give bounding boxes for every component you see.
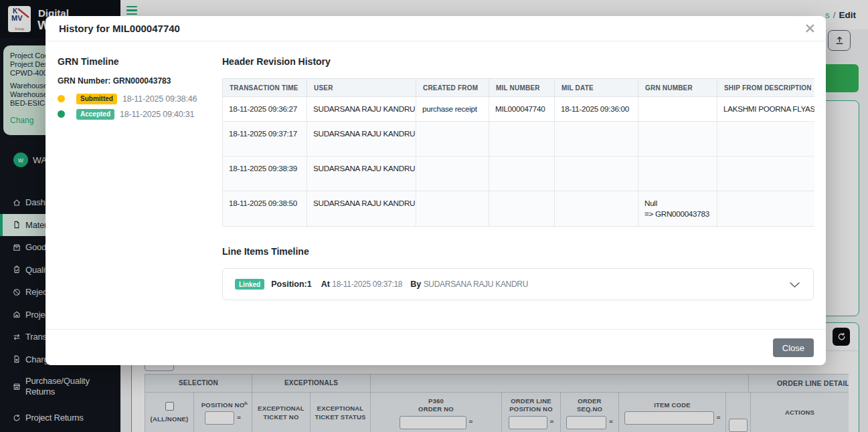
event-time: 18-11-2025 09:38:46 — [122, 94, 197, 104]
revision-history-heading: Header Revision History — [222, 56, 331, 67]
table-cell: SUDARSANA RAJU KANDRU — [307, 156, 416, 191]
event-time: 18-11-2025 09:40:31 — [120, 110, 194, 119]
table-cell: 18-11-2025 09:38:50 — [223, 191, 307, 227]
revision-history-table: TRANSACTION TIMEUSERCREATED FROMMIL NUMB… — [222, 78, 814, 227]
table-row: 18-11-2025 09:37:17SUDARSANA RAJU KANDRU — [223, 122, 815, 156]
column-header: MIL DATE — [555, 79, 638, 97]
table-cell: SUDARSANA RAJU KANDRU — [307, 191, 416, 227]
close-icon[interactable]: ✕ — [804, 21, 816, 37]
table-cell — [638, 97, 717, 122]
table-cell — [717, 122, 815, 156]
grn-timeline-heading: GRN Timeline — [58, 56, 119, 67]
by-group: By SUDARSANA RAJU KANDRU — [410, 280, 528, 289]
table-cell: 18-11-2025 09:36:27 — [223, 97, 307, 122]
column-header: TRANSACTION TIME — [223, 79, 307, 97]
table-cell: 18-11-2025 09:36:00 — [555, 97, 638, 122]
table-cell — [489, 156, 555, 191]
column-header: MIL NUMBER — [489, 79, 555, 97]
table-cell — [638, 156, 717, 191]
table-cell — [489, 191, 555, 227]
table-cell: Null => GRN000043783 — [638, 191, 717, 227]
modal-footer: Close — [46, 329, 826, 365]
linked-badge: Linked — [235, 279, 264, 290]
table-row: 18-11-2025 09:38:39SUDARSANA RAJU KANDRU — [223, 156, 815, 191]
status-badge: Submitted — [76, 94, 117, 104]
table-row: 18-11-2025 09:36:27SUDARSANA RAJU KANDRU… — [223, 97, 815, 122]
chevron-down-icon[interactable] — [790, 282, 800, 288]
table-cell — [416, 156, 489, 191]
column-header: USER — [307, 79, 416, 97]
position-label: Position:1 — [271, 280, 311, 289]
timeline-event: Submitted18-11-2025 09:38:46 — [58, 93, 197, 104]
history-modal: History for MIL000047740 ✕ GRN Timeline … — [46, 16, 826, 365]
status-dot — [58, 95, 65, 102]
timeline-event: Accepted18-11-2025 09:40:31 — [58, 108, 194, 120]
table-cell: SUDARSANA RAJU KANDRU — [307, 122, 416, 156]
table-cell: SUDARSANA RAJU KANDRU — [307, 97, 416, 122]
table-cell — [717, 191, 815, 227]
table-cell — [638, 122, 717, 156]
column-header: GRN NUMBER — [638, 79, 717, 97]
column-header: CREATED FROM — [416, 79, 489, 97]
at-group: At 18-11-2025 09:37:18 — [321, 280, 403, 289]
status-dot — [58, 110, 65, 118]
column-header: SHIP FROM DESCRIPTION — [717, 79, 815, 97]
status-badge: Accepted — [76, 109, 114, 120]
table-cell: LAKSHMI POORNA FLYASH — [717, 97, 815, 122]
table-cell: purchase receipt — [416, 97, 489, 122]
table-cell — [555, 122, 638, 156]
line-item-accordion[interactable]: Linked Position:1 At 18-11-2025 09:37:18… — [222, 268, 814, 300]
table-cell: 18-11-2025 09:38:39 — [223, 156, 307, 191]
table-cell: 18-11-2025 09:37:17 — [223, 122, 307, 156]
table-cell — [416, 191, 489, 227]
table-cell — [717, 156, 815, 191]
modal-header: History for MIL000047740 ✕ — [46, 16, 826, 41]
modal-title: History for MIL000047740 — [59, 16, 180, 41]
table-row: 18-11-2025 09:38:50SUDARSANA RAJU KANDRU… — [223, 191, 815, 227]
close-button[interactable]: Close — [773, 338, 814, 357]
line-items-heading: Line Items Timeline — [222, 246, 309, 257]
table-cell — [555, 156, 638, 191]
table-cell — [489, 122, 555, 156]
grn-number-label: GRN Number: GRN000043783 — [58, 76, 171, 86]
table-cell — [555, 191, 638, 227]
table-cell — [416, 122, 489, 156]
table-cell: MIL000047740 — [489, 97, 555, 122]
